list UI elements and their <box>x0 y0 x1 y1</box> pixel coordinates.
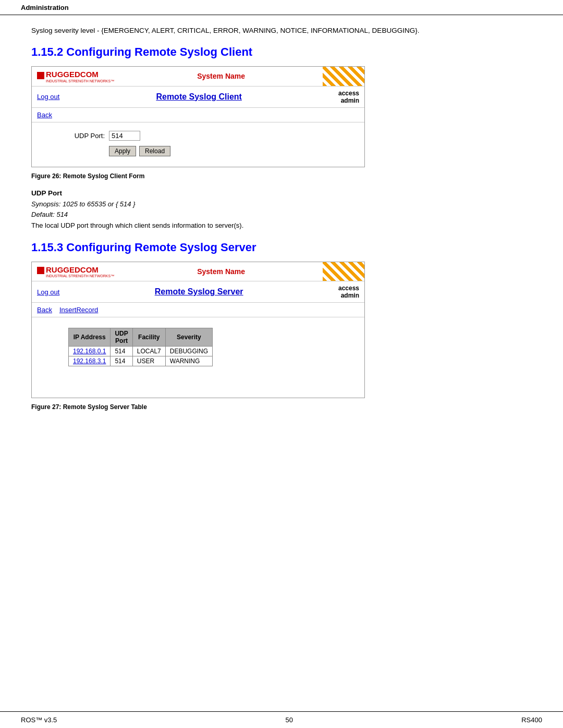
footer-right: RS400 <box>521 716 542 724</box>
section-2-heading: 1.15.3 Configuring Remote Syslog Server <box>31 241 532 254</box>
server-panel: RUGGEDCOM INDUSTRIAL STRENGTH NETWORKS™ … <box>31 262 365 398</box>
main-content: Syslog severity level - {EMERGENCY, ALER… <box>0 15 563 711</box>
logo-icon-2 <box>37 267 44 274</box>
table-row: 192.168.0.1514LOCAL7DEBUGGING <box>69 347 213 356</box>
logout-link-1[interactable]: Log out <box>37 93 59 101</box>
section-label: Administration <box>21 4 69 11</box>
logo-icon-1 <box>37 72 44 79</box>
logo-1: RUGGEDCOM <box>37 70 114 79</box>
fig-caption-2: Figure 27: Remote Syslog Server Table <box>31 403 532 411</box>
stripe-1 <box>323 67 364 85</box>
udp-port-input[interactable] <box>109 131 140 141</box>
udp-port-doc: UDP Port Synopsis: 1025 to 65535 or { 51… <box>31 189 532 231</box>
field-doc-title: UDP Port <box>31 189 532 197</box>
client-panel: RUGGEDCOM INDUSTRIAL STRENGTH NETWORKS™ … <box>31 66 365 167</box>
panel-topbar-2: RUGGEDCOM INDUSTRIAL STRENGTH NETWORKS™ … <box>32 262 364 281</box>
logo-sub-2: INDUSTRIAL STRENGTH NETWORKS™ <box>46 274 114 278</box>
reload-button[interactable]: Reload <box>139 146 170 156</box>
section-1-heading: 1.15.2 Configuring Remote Syslog Client <box>31 45 532 59</box>
col-ip: IP Address <box>69 328 111 347</box>
panel-navbar-2: Log out Remote Syslog Server access admi… <box>32 281 364 303</box>
field-doc-body: Synopsis: 1025 to 65535 or { 514 } Defau… <box>31 199 532 231</box>
back-link-1[interactable]: Back <box>37 111 52 119</box>
panel-body-1: UDP Port: Apply Reload <box>32 122 364 167</box>
col-severity: Severity <box>165 328 212 347</box>
button-row-1: Apply Reload <box>63 146 354 156</box>
cell-facility: LOCAL7 <box>132 347 165 356</box>
stripe-2 <box>323 262 364 281</box>
col-udp: UDPPort <box>111 328 132 347</box>
panel-backbar-1: Back <box>32 108 364 122</box>
cell-severity: WARNING <box>165 356 212 366</box>
server-table: IP Address UDPPort Facility Severity 192… <box>68 328 213 366</box>
table-row: 192.168.3.1514USERWARNING <box>69 356 213 366</box>
panel-backbar-2: Back InsertRecord <box>32 303 364 317</box>
logo-2: RUGGEDCOM <box>37 265 114 274</box>
apply-button[interactable]: Apply <box>109 146 136 156</box>
logo-text-1: RUGGEDCOM <box>46 70 99 79</box>
col-facility: Facility <box>132 328 165 347</box>
panel-navbar-1: Log out Remote Syslog Client access admi… <box>32 87 364 108</box>
cell-facility: USER <box>132 356 165 366</box>
system-name-2: System Name <box>119 262 323 281</box>
logout-link-2[interactable]: Log out <box>37 288 59 296</box>
cell-port: 514 <box>111 356 132 366</box>
cell-port: 514 <box>111 347 132 356</box>
page-title-2: Remote Syslog Server <box>70 287 328 297</box>
logo-area-2: RUGGEDCOM INDUSTRIAL STRENGTH NETWORKS™ <box>32 262 119 281</box>
logo-area-1: RUGGEDCOM INDUSTRIAL STRENGTH NETWORKS™ <box>32 67 119 85</box>
cell-severity: DEBUGGING <box>165 347 212 356</box>
cell-ip[interactable]: 192.168.3.1 <box>69 356 111 366</box>
footer-left: ROS™ v3.5 <box>21 716 57 724</box>
panel-topbar-1: RUGGEDCOM INDUSTRIAL STRENGTH NETWORKS™ … <box>32 67 364 86</box>
udp-port-label: UDP Port: <box>63 132 105 140</box>
system-name-1: System Name <box>119 67 323 85</box>
intro-text: Syslog severity level - {EMERGENCY, ALER… <box>31 26 532 36</box>
access-info-1: access admin <box>338 90 359 104</box>
fig-caption-1: Figure 26: Remote Syslog Client Form <box>31 172 532 180</box>
access-info-2: access admin <box>338 285 359 299</box>
cell-ip[interactable]: 192.168.0.1 <box>69 347 111 356</box>
footer-center: 50 <box>286 716 293 724</box>
page-footer: ROS™ v3.5 50 RS400 <box>0 711 563 728</box>
insert-record-link[interactable]: InsertRecord <box>59 306 98 314</box>
udp-port-row: UDP Port: <box>63 131 354 141</box>
logo-sub-1: INDUSTRIAL STRENGTH NETWORKS™ <box>46 79 114 83</box>
table-header-row: IP Address UDPPort Facility Severity <box>69 328 213 347</box>
page-header: Administration <box>0 0 563 15</box>
logo-text-2: RUGGEDCOM <box>46 265 99 274</box>
back-link-2[interactable]: Back <box>37 306 52 314</box>
server-table-container: IP Address UDPPort Facility Severity 192… <box>32 317 364 398</box>
page-title-1: Remote Syslog Client <box>70 92 328 102</box>
